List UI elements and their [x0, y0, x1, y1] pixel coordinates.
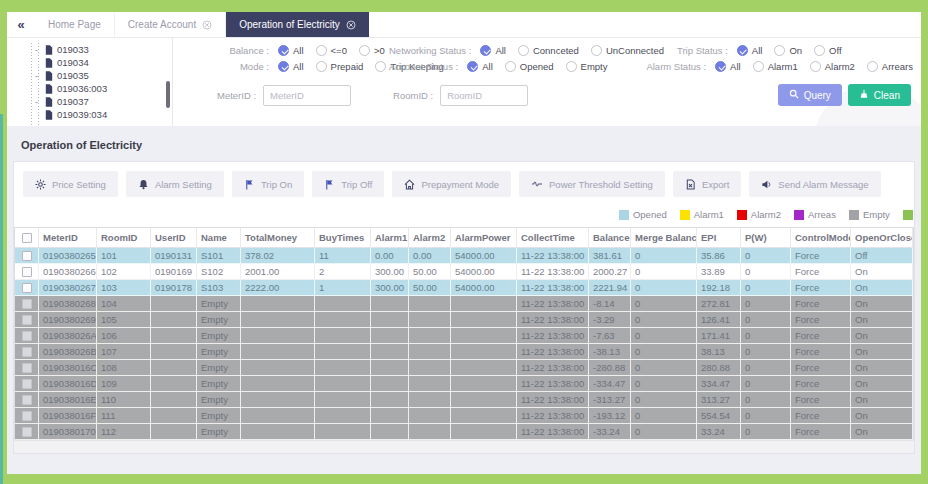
radio-option[interactable]: On [774, 45, 802, 56]
select-all-checkbox[interactable] [15, 228, 39, 248]
row-checkbox[interactable] [15, 296, 39, 312]
toolbar-button[interactable]: Trip Off [312, 171, 384, 197]
radio-icon[interactable] [737, 45, 748, 56]
radio-option[interactable]: All [480, 45, 506, 56]
row-checkbox[interactable] [15, 344, 39, 360]
tree-item[interactable]: - 019039:034 [45, 108, 172, 121]
radio-icon[interactable] [715, 61, 726, 72]
radio-option[interactable]: Opened [505, 61, 554, 72]
table-row[interactable]: 0190380268104Empty11-22 13:38:00-8.14027… [15, 296, 913, 312]
table-row[interactable]: 01903802651010190131S101378.02110.000.00… [15, 248, 913, 264]
tree-expander[interactable]: - [35, 97, 41, 107]
radio-icon[interactable] [278, 61, 289, 72]
table-row[interactable]: 019038016F111Empty11-22 13:38:00-193.120… [15, 408, 913, 424]
table-cell [409, 312, 451, 328]
row-checkbox[interactable] [15, 312, 39, 328]
tab[interactable]: Operation of Electricity [226, 12, 369, 37]
table-row[interactable]: 019038026B107Empty11-22 13:38:00-38.1303… [15, 344, 913, 360]
toolbar-button-label: Power Threshold Setting [549, 179, 653, 190]
table-cell: -334.47 [589, 376, 631, 392]
table-row[interactable]: 019038016C108Empty11-22 13:38:00-280.880… [15, 360, 913, 376]
radio-icon[interactable] [359, 45, 370, 56]
table-cell: 38.13 [697, 344, 741, 360]
radio-icon[interactable] [505, 61, 516, 72]
row-checkbox[interactable] [15, 280, 39, 296]
radio-option[interactable]: Off [814, 45, 842, 56]
tree-expander[interactable]: - [35, 45, 41, 55]
toolbar-button[interactable]: Price Setting [23, 171, 118, 197]
tree-item[interactable]: - 019034 [45, 56, 172, 69]
radio-option[interactable]: All [278, 61, 304, 72]
legend-item: Alarm1 [680, 209, 724, 220]
toolbar-button[interactable]: Trip On [232, 171, 304, 197]
row-checkbox[interactable] [15, 328, 39, 344]
meterid-input[interactable] [263, 85, 351, 106]
tree-item[interactable]: - 019037 [45, 95, 172, 108]
toolbar-button[interactable]: Send Alarm Message [749, 171, 880, 197]
radio-icon[interactable] [867, 61, 878, 72]
tree-scrollbar[interactable] [166, 81, 170, 108]
row-checkbox[interactable] [15, 424, 39, 440]
table-row[interactable]: 019038016D109Empty11-22 13:38:00-334.470… [15, 376, 913, 392]
table-row[interactable]: 0190380269105Empty11-22 13:38:00-3.29012… [15, 312, 913, 328]
legend-item: Arreas [794, 209, 836, 220]
radio-icon[interactable] [814, 45, 825, 56]
radio-icon[interactable] [566, 61, 577, 72]
toolbar-button[interactable]: Alarm Setting [126, 171, 224, 197]
radio-icon[interactable] [278, 45, 289, 56]
table-row[interactable]: 0190380170112Empty11-22 13:38:00-33.2403… [15, 424, 913, 440]
radio-option[interactable]: All [467, 61, 493, 72]
row-checkbox[interactable] [15, 376, 39, 392]
table-cell: Force [791, 360, 851, 376]
query-button[interactable]: Query [778, 84, 842, 106]
row-checkbox[interactable] [15, 360, 39, 376]
radio-icon[interactable] [518, 45, 529, 56]
table-row[interactable]: 019038016E110Empty11-22 13:38:00-313.270… [15, 392, 913, 408]
toolbar-button[interactable]: Prepayment Mode [392, 171, 511, 197]
table-cell: Force [791, 328, 851, 344]
close-tab-icon[interactable] [202, 20, 212, 30]
clean-button[interactable]: Clean [848, 84, 911, 106]
tree-item[interactable]: - 019035 [45, 69, 172, 82]
radio-option[interactable]: Empty [566, 61, 608, 72]
radio-icon[interactable] [810, 61, 821, 72]
tab[interactable]: Create Account [115, 12, 226, 37]
radio-icon[interactable] [774, 45, 785, 56]
roomid-input[interactable] [440, 85, 528, 106]
radio-option[interactable]: <=0 [316, 45, 347, 56]
radio-option[interactable]: Alarm1 [753, 61, 798, 72]
tree-item[interactable]: - 019036:003 [45, 82, 172, 95]
row-checkbox[interactable] [15, 392, 39, 408]
close-tab-icon[interactable] [346, 20, 356, 30]
table-row[interactable]: 01903802661020190169S1022001.002300.0050… [15, 264, 913, 280]
radio-icon[interactable] [467, 61, 478, 72]
tree-item[interactable]: - 019033 [45, 43, 172, 56]
radio-option[interactable]: All [737, 45, 763, 56]
collapse-tabs-icon[interactable]: « [7, 12, 35, 37]
table-row[interactable]: 01903802671030190178S1032222.001300.0050… [15, 280, 913, 296]
row-checkbox[interactable] [15, 264, 39, 280]
radio-option[interactable]: Prepaid [316, 61, 364, 72]
toolbar-button[interactable]: Power Threshold Setting [519, 171, 665, 197]
radio-icon[interactable] [753, 61, 764, 72]
radio-option[interactable]: All [278, 45, 304, 56]
radio-option[interactable]: Arrears [867, 61, 913, 72]
tab[interactable]: Home Page [35, 12, 115, 37]
table-cell: On [851, 360, 913, 376]
row-checkbox[interactable] [15, 248, 39, 264]
radio-icon[interactable] [591, 45, 602, 56]
toolbar-button[interactable]: Export [673, 171, 741, 197]
radio-option[interactable]: All [715, 61, 741, 72]
radio-icon[interactable] [375, 61, 386, 72]
table-row[interactable]: 019038026A106Empty11-22 13:38:00-7.63017… [15, 328, 913, 344]
radio-icon[interactable] [316, 61, 327, 72]
tree-expander[interactable]: - [35, 71, 41, 81]
radio-option[interactable]: >0 [359, 45, 385, 56]
radio-icon[interactable] [316, 45, 327, 56]
row-checkbox[interactable] [15, 408, 39, 424]
radio-option[interactable]: UnConnected [591, 45, 664, 56]
radio-icon[interactable] [480, 45, 491, 56]
radio-option[interactable]: Connceted [518, 45, 579, 56]
radio-option[interactable]: Alarm2 [810, 61, 855, 72]
table-cell: 0 [741, 344, 791, 360]
